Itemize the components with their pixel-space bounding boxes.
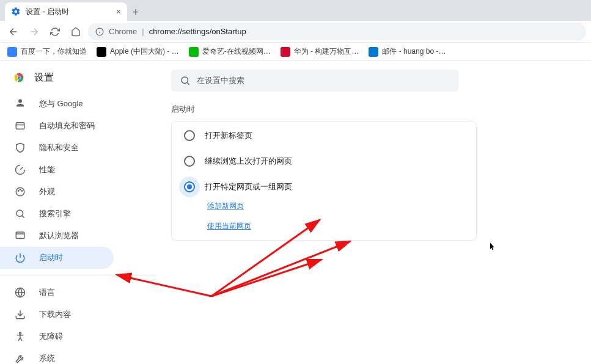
svg-rect-14 [16, 232, 24, 239]
home-button[interactable] [67, 23, 84, 40]
chrome-logo-icon [12, 71, 26, 84]
bookmark-item[interactable]: 邮件 - huang bo -… [369, 46, 446, 57]
bookmark-favicon [281, 47, 290, 57]
download-icon [15, 309, 26, 320]
sidebar-item-label: 启动时 [39, 252, 63, 263]
bookmark-label: 百度一下，你就知道 [21, 46, 87, 57]
bookmark-favicon [7, 47, 17, 57]
svg-point-9 [18, 191, 19, 192]
bookmark-favicon [369, 47, 378, 57]
bookmark-label: 爱奇艺-在线视频网… [202, 46, 271, 57]
power-icon [15, 252, 26, 263]
person-icon [15, 98, 26, 109]
sidebar-item-palette[interactable]: 外观 [0, 181, 114, 203]
bookmarks-bar: 百度一下，你就知道Apple (中国大陆) - …爱奇艺-在线视频网…华为 - … [0, 43, 591, 61]
cursor-pointer-icon [486, 242, 497, 253]
palette-icon [15, 186, 26, 197]
option-label: 打开特定网页或一组网页 [205, 181, 292, 192]
search-icon [180, 75, 191, 86]
svg-line-28 [187, 82, 189, 84]
globe-icon [15, 287, 26, 298]
back-button[interactable] [5, 23, 22, 40]
search-icon [15, 208, 26, 219]
sidebar-item-person[interactable]: 您与 Google [0, 93, 114, 115]
speed-icon [15, 164, 26, 175]
svg-rect-6 [16, 123, 24, 129]
sidebar-item-browser[interactable]: 默认浏览器 [0, 225, 114, 247]
svg-line-29 [211, 260, 321, 296]
browser-tab[interactable]: 设置 - 启动时 × [5, 2, 127, 21]
sidebar-item-search[interactable]: 搜索引擎 [0, 203, 114, 225]
sidebar-item-globe[interactable]: 语言 [0, 282, 114, 304]
sidebar-item-accessibility[interactable]: 无障碍 [0, 326, 114, 348]
sidebar-item-shield[interactable]: 隐私和安全 [0, 137, 114, 159]
settings-search[interactable]: 在设置中搜索 [171, 70, 458, 92]
bookmark-item[interactable]: 爱奇艺-在线视频网… [189, 46, 271, 57]
sidebar-item-label: 语言 [39, 287, 55, 298]
sidebar-item-autofill[interactable]: 自动填充和密码 [0, 115, 114, 137]
sidebar-item-label: 系统 [39, 353, 55, 364]
startup-card: 打开新标签页继续浏览上次打开的网页打开特定网页或一组网页添加新网页使用当前网页 [171, 121, 477, 241]
sidebar-item-label: 自动填充和密码 [39, 120, 95, 131]
sidebar-item-label: 下载内容 [39, 309, 71, 320]
browser-toolbar: Chrome | chrome://settings/onStartup [0, 21, 591, 43]
sidebar-item-speed[interactable]: 性能 [0, 159, 114, 181]
bookmark-favicon [189, 47, 199, 57]
section-title: 启动时 [171, 104, 576, 115]
new-tab-button[interactable]: + [127, 4, 144, 21]
tab-title: 设置 - 启动时 [26, 7, 69, 17]
svg-point-20 [20, 332, 21, 334]
option-label: 继续浏览上次打开的网页 [205, 156, 292, 167]
bookmark-item[interactable]: Apple (中国大陆) - … [97, 46, 179, 57]
sidebar-item-label: 搜索引擎 [39, 208, 71, 219]
svg-line-13 [22, 216, 24, 217]
bookmark-label: 邮件 - huang bo -… [382, 46, 446, 57]
forward-button[interactable] [26, 23, 43, 40]
sidebar-item-power[interactable]: 启动时 [0, 247, 114, 269]
search-placeholder: 在设置中搜索 [197, 75, 244, 86]
sidebar-item-download[interactable]: 下载内容 [0, 304, 114, 326]
gear-icon [11, 7, 21, 16]
settings-sidebar: 设置 您与 Google自动填充和密码隐私和安全性能外观搜索引擎默认浏览器启动时… [0, 61, 156, 364]
sidebar-item-wrench[interactable]: 系统 [0, 348, 114, 364]
sidebar-title: 设置 [34, 71, 54, 84]
startup-option[interactable]: 继续浏览上次打开的网页 [172, 148, 476, 174]
bookmark-label: Apple (中国大陆) - … [110, 46, 179, 57]
sidebar-header: 设置 [0, 67, 156, 93]
use-current-link[interactable]: 使用当前网页 [207, 221, 464, 231]
option-label: 打开新标签页 [205, 130, 252, 141]
address-bar[interactable]: Chrome | chrome://settings/onStartup [88, 23, 586, 40]
sidebar-item-label: 性能 [39, 164, 55, 175]
startup-option[interactable]: 打开新标签页 [172, 123, 476, 148]
sidebar-item-label: 隐私和安全 [39, 142, 79, 153]
reload-button[interactable] [46, 23, 64, 40]
omnibox-proto: Chrome [109, 27, 137, 36]
startup-option[interactable]: 打开特定网页或一组网页 [172, 174, 476, 200]
bookmark-favicon [97, 47, 106, 57]
wrench-icon [15, 353, 26, 364]
add-page-link[interactable]: 添加新网页 [207, 201, 464, 211]
bookmark-item[interactable]: 华为 - 构建万物互… [281, 46, 359, 57]
svg-point-10 [20, 189, 21, 191]
settings-content: 在设置中搜索 启动时 打开新标签页继续浏览上次打开的网页打开特定网页或一组网页添… [156, 61, 591, 364]
radio-icon[interactable] [184, 181, 195, 192]
svg-point-11 [21, 191, 23, 192]
svg-point-12 [17, 210, 23, 217]
close-tab-icon[interactable]: × [116, 7, 121, 16]
svg-point-27 [182, 77, 188, 84]
accessibility-icon [15, 331, 26, 342]
shield-icon [15, 142, 26, 153]
info-icon [95, 27, 104, 36]
browser-icon [15, 230, 26, 241]
bookmark-label: 华为 - 构建万物互… [294, 46, 359, 57]
sidebar-item-label: 无障碍 [39, 331, 63, 342]
radio-icon[interactable] [184, 156, 195, 167]
radio-icon[interactable] [184, 130, 195, 141]
autofill-icon [15, 120, 26, 131]
sidebar-item-label: 您与 Google [39, 98, 83, 109]
omnibox-url: chrome://settings/onStartup [149, 27, 246, 36]
svg-line-30 [211, 241, 350, 296]
bookmark-item[interactable]: 百度一下，你就知道 [7, 46, 87, 57]
sidebar-item-label: 默认浏览器 [39, 230, 79, 241]
tab-strip: 设置 - 启动时 × + [0, 0, 591, 21]
